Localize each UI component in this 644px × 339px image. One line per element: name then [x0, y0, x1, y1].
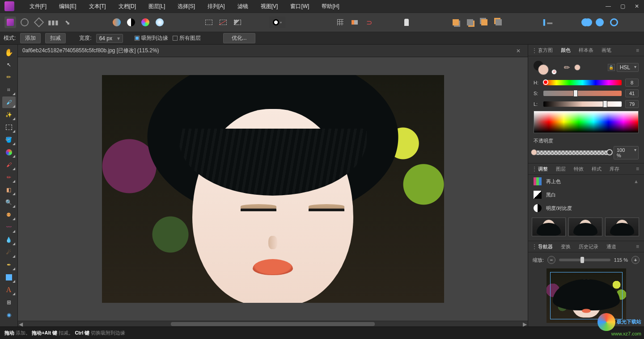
menu-layer[interactable]: 图层[L]	[142, 3, 171, 10]
tab-brushes[interactable]: 画笔	[598, 45, 615, 55]
crop-tool[interactable]: ⌗	[2, 84, 16, 96]
horizontal-scrollbar[interactable]: ◀ ▶	[18, 321, 528, 326]
color-lock-icon[interactable]: 🔒	[608, 64, 615, 71]
mode-add-button[interactable]: 添加	[20, 33, 41, 43]
preset-thumb-1[interactable]	[532, 218, 566, 236]
panel-grip-icon[interactable]: ⋮⋮	[530, 243, 534, 250]
persona-liquify-icon[interactable]	[19, 17, 30, 28]
tab-color[interactable]: 颜色	[557, 45, 574, 55]
paint-brush-tool[interactable]: 🖌	[2, 159, 16, 171]
tab-layers[interactable]: 图层	[552, 164, 569, 174]
zoom-slider[interactable]	[559, 259, 610, 261]
inpaint-tool[interactable]: 〰	[2, 222, 16, 233]
smudge-tool[interactable]: ☄	[2, 247, 16, 258]
color-spectrum[interactable]	[534, 111, 639, 133]
lightness-value[interactable]: 79	[625, 100, 639, 108]
menu-view[interactable]: 视图[V]	[254, 3, 284, 10]
selection-none-icon[interactable]	[217, 17, 229, 28]
selection-invert-icon[interactable]	[232, 17, 243, 28]
panel-menu-icon[interactable]: ≡	[633, 47, 642, 54]
tab-stock[interactable]: 库存	[606, 164, 623, 174]
document-tab[interactable]: 0af6eb24c5182e7f405855fc5fcf80b.jpg [已修改…	[22, 47, 159, 54]
text-tool[interactable]: A	[2, 284, 16, 296]
grid-icon[interactable]	[335, 17, 346, 28]
hue-slider[interactable]	[543, 80, 622, 85]
eyedropper-icon[interactable]: ✎	[562, 63, 572, 73]
menu-arrange[interactable]: 排列[A]	[201, 3, 231, 10]
saturation-slider[interactable]	[543, 91, 622, 96]
navigator-thumbnail[interactable]	[547, 268, 626, 323]
magic-wand-tool[interactable]: ✨	[2, 109, 16, 121]
preset-thumb-3[interactable]	[605, 218, 639, 236]
arrange-back-icon[interactable]	[450, 17, 462, 28]
refine-button[interactable]: 优化...	[223, 33, 255, 43]
tab-transform[interactable]: 变换	[557, 242, 574, 252]
mesh-warp-tool[interactable]: ⊞	[2, 297, 16, 308]
panel-grip-icon[interactable]: ⋮⋮	[530, 166, 534, 172]
width-input[interactable]: 64 px▾	[96, 34, 123, 43]
pen-tool[interactable]: ✒	[2, 259, 16, 271]
menu-document[interactable]: 文档[D]	[112, 3, 142, 10]
move-tool[interactable]: ↖	[2, 59, 16, 71]
opacity-slider[interactable]	[534, 151, 610, 155]
persona-develop-icon[interactable]	[33, 17, 45, 28]
tab-styles[interactable]: 样式	[588, 164, 605, 174]
clone-tool[interactable]: ⚉	[2, 209, 16, 221]
flood-fill-tool[interactable]: 🪣	[2, 134, 16, 146]
persona-export-icon[interactable]: ⬊	[62, 17, 73, 28]
adjustment-brightness-contrast[interactable]: 明度/对比度	[528, 201, 644, 215]
panel-grip-icon[interactable]: ⋮⋮	[530, 47, 534, 54]
menu-text[interactable]: 文本[T]	[83, 3, 112, 10]
auto-levels-icon[interactable]	[111, 17, 123, 28]
tab-history[interactable]: 历史记录	[575, 242, 602, 252]
adjustment-bw[interactable]: 黑白	[528, 188, 644, 201]
close-tab-button[interactable]: ✕	[513, 48, 523, 54]
tab-navigator[interactable]: 导航器	[534, 242, 556, 252]
lightness-slider[interactable]	[543, 101, 622, 107]
mode-subtract-button[interactable]: 扣减	[45, 33, 66, 43]
tab-histogram[interactable]: 直方图	[534, 45, 556, 55]
blur-tool[interactable]: 💧	[2, 234, 16, 246]
no-color-icon[interactable]: ⊘	[551, 69, 557, 75]
arrange-forward-icon[interactable]	[464, 17, 476, 28]
snap-icon[interactable]: ⊃	[363, 17, 375, 28]
menu-filters[interactable]: 滤镜	[231, 3, 254, 10]
view-tool[interactable]: ◉	[2, 309, 16, 321]
recent-color-swatch[interactable]	[574, 64, 580, 71]
arrange-bottom-icon[interactable]	[493, 17, 504, 28]
tab-swatches[interactable]: 样本条	[575, 45, 597, 55]
snap-edges-checkbox[interactable]: 吸附到边缘	[135, 34, 168, 42]
auto-wb-icon[interactable]	[154, 17, 165, 28]
pixel-brush-tool[interactable]: ✏	[2, 172, 16, 183]
menu-window[interactable]: 窗口[W]	[284, 3, 315, 10]
quick-mask-icon[interactable]: ▾	[269, 17, 285, 28]
menu-select[interactable]: 选择[S]	[171, 3, 201, 10]
close-window-button[interactable]: ✕	[630, 1, 644, 12]
panel-menu-icon[interactable]: ≡	[633, 166, 642, 172]
boolean-subtract-icon[interactable]	[594, 17, 606, 28]
hue-value[interactable]: 8	[625, 79, 639, 87]
auto-contrast-icon[interactable]	[125, 17, 137, 28]
persona-tone-icon[interactable]: ▮▮▮	[47, 17, 59, 28]
preset-thumb-2[interactable]	[568, 218, 602, 236]
opacity-value[interactable]: 100 %	[614, 146, 639, 159]
boolean-add-icon[interactable]	[580, 17, 591, 28]
auto-colors-icon[interactable]	[140, 17, 151, 28]
adjustment-recolor[interactable]: 再上色 ▲	[528, 175, 644, 188]
tab-adjustments[interactable]: 调整	[534, 164, 551, 174]
panel-menu-icon[interactable]: ≡	[633, 243, 642, 250]
gradient-tool[interactable]	[2, 146, 16, 158]
menu-edit[interactable]: 编辑[E]	[53, 3, 83, 10]
zoom-tool[interactable]: 🔍	[2, 197, 16, 208]
arrange-front-icon[interactable]	[479, 17, 490, 28]
saturation-value[interactable]: 41	[625, 89, 639, 97]
zoom-in-button[interactable]: +	[631, 256, 640, 264]
align-left-icon[interactable]: ▌▬	[542, 17, 554, 28]
menu-file[interactable]: 文件[F]	[23, 3, 53, 10]
pixel-grid-icon[interactable]	[349, 17, 360, 28]
marquee-tool[interactable]	[2, 121, 16, 133]
selection-brush-tool[interactable]: 🖌	[2, 96, 16, 108]
canvas[interactable]	[18, 57, 528, 321]
scroll-up-icon[interactable]: ▲	[634, 179, 639, 184]
zoom-out-button[interactable]: −	[547, 256, 555, 264]
